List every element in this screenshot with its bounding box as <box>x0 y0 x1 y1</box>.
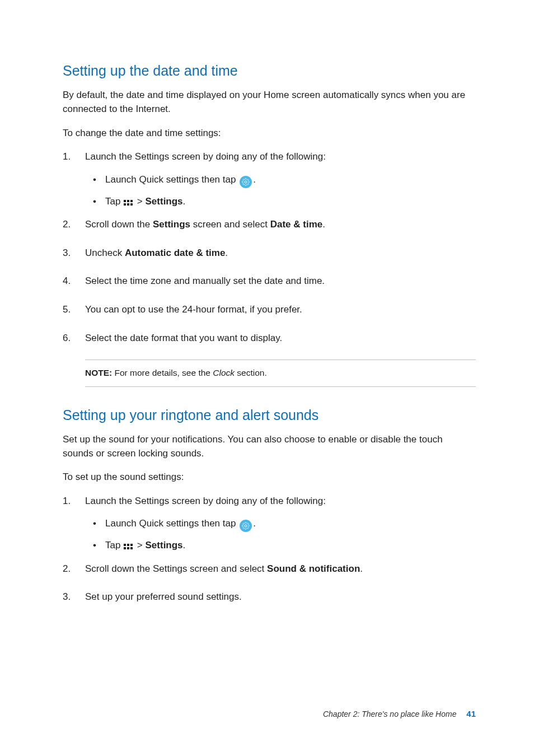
r-step-2-b: Sound & notification <box>267 563 360 574</box>
gear-icon <box>240 520 252 532</box>
substep-tap-apps: Tap > Settings. <box>85 194 476 209</box>
apps-grid-icon <box>124 544 133 549</box>
step-1: Launch the Settings screen by doing any … <box>63 150 476 209</box>
r-substep-qs-prefix: Launch Quick settings then tap <box>105 518 238 529</box>
step-2-b: Settings <box>153 219 190 230</box>
r-substep-quick-settings: Launch Quick settings then tap . <box>85 516 476 532</box>
step-5: You can opt to use the 24-hour format, i… <box>63 303 476 317</box>
note-text-b: section. <box>235 368 267 377</box>
lead-date-time: To change the date and time settings: <box>63 127 476 141</box>
step-1-text: Launch the Settings screen by doing any … <box>85 151 326 162</box>
note-clock: Clock <box>213 368 235 377</box>
substep-apps-prefix: Tap <box>105 196 123 207</box>
substep-apps-settings: Settings <box>146 196 183 207</box>
step-2-a: Scroll down the <box>85 219 153 230</box>
intro-date-time: By default, the date and time displayed … <box>63 88 476 116</box>
step-3-c: . <box>225 248 228 258</box>
r-substep-apps-settings: Settings <box>146 540 183 550</box>
page-footer: Chapter 2: There's no place like Home 41 <box>323 708 476 720</box>
note-label: NOTE: <box>85 368 112 377</box>
steps-date-time-cont: Scroll down the Settings screen and sele… <box>63 218 476 345</box>
step-3-a: Uncheck <box>85 248 125 258</box>
step-2-c: screen and select <box>190 219 270 230</box>
apps-grid-icon <box>124 200 133 206</box>
step-3: Uncheck Automatic date & time. <box>63 246 476 260</box>
substep-apps-suffix: . <box>183 196 186 207</box>
substep-quick-settings: Launch Quick settings then tap . <box>85 172 476 188</box>
r-substep-apps-gt: > <box>134 540 145 550</box>
r-step-1: Launch the Settings screen by doing any … <box>63 494 476 553</box>
r-substep-tap-apps: Tap > Settings. <box>85 538 476 553</box>
substep-qs-suffix: . <box>253 174 256 185</box>
step-2: Scroll down the Settings screen and sele… <box>63 218 476 232</box>
r-step-2-a: Scroll down the Settings screen and sele… <box>85 563 267 574</box>
gear-icon <box>240 176 252 188</box>
heading-ringtone: Setting up your ringtone and alert sound… <box>63 405 476 425</box>
r-substep-qs-suffix: . <box>253 518 256 529</box>
intro-ringtone: Set up the sound for your notifications.… <box>63 433 476 460</box>
steps-ringtone-cont: Scroll down the Settings screen and sele… <box>63 562 476 604</box>
footer-page-number: 41 <box>466 709 476 718</box>
step-3-b: Automatic date & time <box>125 248 225 258</box>
r-step-2: Scroll down the Settings screen and sele… <box>63 562 476 576</box>
r-substep-apps-prefix: Tap <box>105 540 123 550</box>
note-text-a: For more details, see the <box>112 368 213 377</box>
steps-date-time: Launch the Settings screen by doing any … <box>63 150 476 209</box>
r-step-2-c: . <box>360 563 363 574</box>
substep-qs-prefix: Launch Quick settings then tap <box>105 174 238 185</box>
page-content: Setting up the date and time By default,… <box>0 0 534 604</box>
lead-ringtone: To set up the sound settings: <box>63 470 476 484</box>
r-step-1-substeps: Launch Quick settings then tap . Tap > S… <box>85 516 476 553</box>
step-1-substeps: Launch Quick settings then tap . Tap > S… <box>85 172 476 209</box>
heading-date-time: Setting up the date and time <box>63 60 476 81</box>
step-4: Select the time zone and manually set th… <box>63 274 476 288</box>
note-box: NOTE: For more details, see the Clock se… <box>85 360 476 386</box>
r-substep-apps-suffix: . <box>183 540 186 550</box>
steps-ringtone: Launch the Settings screen by doing any … <box>63 494 476 553</box>
step-6: Select the date format that you want to … <box>63 332 476 346</box>
step-2-e: . <box>322 219 325 230</box>
step-2-d: Date & time <box>270 219 323 230</box>
r-step-3: Set up your preferred sound settings. <box>63 590 476 604</box>
r-step-1-text: Launch the Settings screen by doing any … <box>85 496 326 506</box>
substep-apps-gt: > <box>134 196 145 207</box>
footer-chapter: Chapter 2: There's no place like Home <box>323 710 456 718</box>
